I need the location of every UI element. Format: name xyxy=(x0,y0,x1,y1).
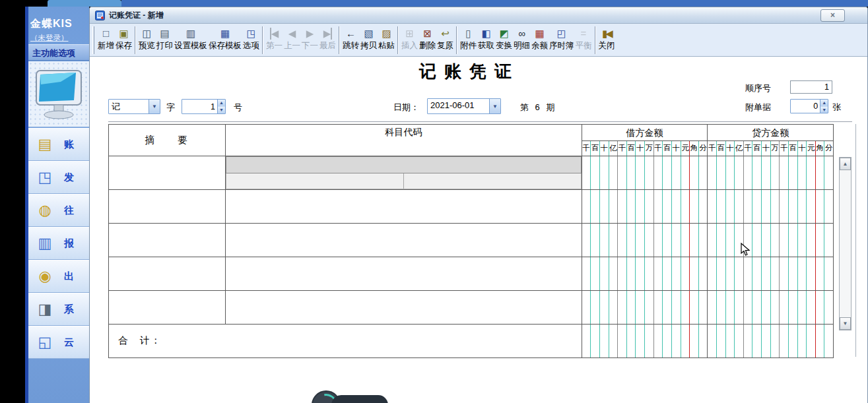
summary-cell[interactable] xyxy=(109,224,226,257)
debit-amount-cell[interactable] xyxy=(582,224,708,257)
toolbar-button-save[interactable]: ▣ 保存 xyxy=(115,26,133,50)
sidebar-item-账[interactable]: ▤ 账 xyxy=(28,128,89,161)
credit-amount-cell[interactable] xyxy=(708,257,833,290)
main-window-tab[interactable] xyxy=(48,0,121,7)
debit-amount-cell[interactable] xyxy=(582,156,708,189)
amount-digit-column xyxy=(789,190,798,223)
window-close-button[interactable]: × xyxy=(820,9,845,22)
spin-up-icon[interactable]: ▲ xyxy=(820,100,828,107)
login-status-link[interactable]: （未登录） xyxy=(30,33,69,43)
amount-digit-column xyxy=(744,156,753,189)
amount-digit-column xyxy=(672,291,681,324)
account-sub-cell[interactable] xyxy=(226,173,404,189)
toolbar-button-attachment[interactable]: ▯ 附件 xyxy=(459,26,477,50)
account-code-cell[interactable] xyxy=(226,224,582,257)
amount-digit-column xyxy=(609,257,618,290)
sidebar-item-往[interactable]: ◍ 往 xyxy=(28,194,89,227)
toolbar-button-transform[interactable]: ◩ 变换 xyxy=(495,26,513,50)
credit-amount-cell[interactable] xyxy=(708,156,833,189)
spinner-buttons[interactable]: ▲ ▼ xyxy=(217,100,225,113)
sidebar-item-desktop[interactable] xyxy=(28,61,89,127)
date-dropdown-arrow-icon[interactable]: ▼ xyxy=(489,99,500,113)
account-entry-sub-row[interactable] xyxy=(226,173,582,189)
digit-header-cell: 百 xyxy=(591,141,600,156)
account-code-cell[interactable] xyxy=(226,156,582,189)
spin-down-icon[interactable]: ▼ xyxy=(218,107,225,113)
window-titlebar[interactable]: 记账凭证 - 新增 × xyxy=(90,7,867,24)
spinner-buttons[interactable]: ▲ ▼ xyxy=(820,100,828,113)
credit-amount-cell[interactable] xyxy=(708,224,833,257)
toolbar-button-paste[interactable]: ▨ 粘贴 xyxy=(378,26,395,50)
amount-digit-column xyxy=(645,190,654,223)
account-code-cell[interactable] xyxy=(226,291,582,324)
amount-digit-column xyxy=(762,156,771,189)
summary-cell[interactable] xyxy=(109,291,226,324)
account-entry-active-cell[interactable] xyxy=(226,156,582,173)
date-select[interactable]: 2021-06-01 ▼ xyxy=(427,98,501,114)
scroll-up-button[interactable]: ▲ xyxy=(840,158,851,170)
attach-count-input[interactable] xyxy=(791,100,820,113)
toolbar-button-copy[interactable]: ▧ 拷贝 xyxy=(360,26,378,50)
amount-digit-column xyxy=(771,291,780,324)
toolbar-grip[interactable] xyxy=(92,26,94,54)
options-icon: ◳ xyxy=(246,28,255,40)
toolbar-button-set-template[interactable]: ▥ 设置模板 xyxy=(174,26,208,50)
summary-cell[interactable] xyxy=(109,156,226,189)
sidebar-item-出[interactable]: ◉ 出 xyxy=(28,260,89,293)
toolbar-button-balance[interactable]: ▦ 余额 xyxy=(531,26,549,50)
attach-count-spinner[interactable]: ▲ ▼ xyxy=(790,99,828,113)
toolbar-button-journal[interactable]: ◰ 序时簿 xyxy=(549,26,575,50)
amount-digit-column xyxy=(816,257,825,290)
cashier-icon: ◉ xyxy=(36,269,53,284)
toolbar-button-fetch[interactable]: ◧ 获取 xyxy=(477,26,495,50)
sidebar-item-云[interactable]: ◱ 云 xyxy=(28,326,89,359)
toolbar-button-delete-row[interactable]: ⊠ 删除 xyxy=(418,26,436,50)
account-sub-cell[interactable] xyxy=(404,173,581,189)
toolbar-button-label: 明细 xyxy=(514,41,530,50)
toolbar-button-close-window[interactable]: ▮◀ 关闭 xyxy=(598,26,616,50)
credit-amount-cell[interactable] xyxy=(708,190,833,223)
amount-digit-column xyxy=(582,325,591,357)
amount-digit-column xyxy=(636,325,645,357)
sidebar-item-报[interactable]: ▥ 报 xyxy=(28,227,89,260)
toolbar-button-options[interactable]: ◳ 选项 xyxy=(242,26,260,50)
voucher-number-input[interactable] xyxy=(182,100,217,113)
sidebar-item-系[interactable]: ◨ 系 xyxy=(28,293,89,326)
amount-digit-column xyxy=(690,257,699,290)
amount-digit-column xyxy=(717,325,726,357)
floating-widget-pill[interactable] xyxy=(331,395,388,403)
summary-cell[interactable] xyxy=(109,257,226,290)
debit-amount-cell[interactable] xyxy=(582,257,708,290)
debit-amount-cell[interactable] xyxy=(582,291,708,324)
sidebar-item-发[interactable]: ◳ 发 xyxy=(28,161,89,194)
toolbar-button-print[interactable]: ▤ 打印 xyxy=(156,26,174,50)
toolbar-button-save-template[interactable]: ▦ 保存模板 xyxy=(208,26,242,50)
account-code-cell[interactable] xyxy=(226,190,582,223)
credit-amount-cell[interactable] xyxy=(708,291,833,324)
summary-cell[interactable] xyxy=(109,190,226,223)
vertical-scrollbar[interactable]: ▲ ▼ xyxy=(839,157,851,330)
dropdown-arrow-icon[interactable]: ▼ xyxy=(149,100,160,113)
account-code-cell[interactable] xyxy=(226,257,582,290)
sequence-input[interactable] xyxy=(790,80,832,94)
nav-header[interactable]: 主功能选项 xyxy=(28,44,89,61)
toolbar-separator xyxy=(135,26,136,54)
scrollbar-track[interactable] xyxy=(840,170,851,317)
toolbar-button-restore[interactable]: ↩ 复原 xyxy=(436,26,454,50)
debit-amount-cell[interactable] xyxy=(582,190,708,223)
amount-digit-column xyxy=(717,156,726,189)
toolbar-button-label: 获取 xyxy=(478,41,494,50)
toolbar-button-new-voucher[interactable]: □ 新增 xyxy=(97,26,115,50)
amount-digit-column xyxy=(618,190,627,223)
scroll-down-button[interactable]: ▼ xyxy=(840,317,851,330)
voucher-word-select[interactable]: 记 ▼ xyxy=(108,99,160,114)
voucher-number-spinner[interactable]: ▲ ▼ xyxy=(182,99,226,114)
amount-digit-column xyxy=(807,156,816,189)
window-title: 记账凭证 - 新增 xyxy=(109,10,164,21)
spin-up-icon[interactable]: ▲ xyxy=(218,100,225,107)
toolbar-button-jump[interactable]: ← 跳转 xyxy=(342,26,360,50)
last-record-icon: ▶ xyxy=(323,28,333,40)
toolbar-button-detail[interactable]: ∞ 明细 xyxy=(513,26,531,50)
toolbar-button-print-preview[interactable]: ◫ 预览 xyxy=(138,26,156,50)
spin-down-icon[interactable]: ▼ xyxy=(820,107,828,113)
